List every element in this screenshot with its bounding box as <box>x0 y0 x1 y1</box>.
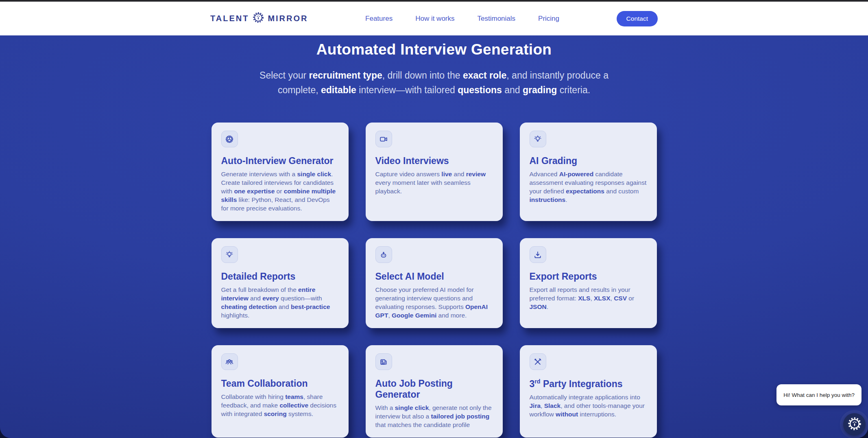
feature-card-description: Export all reports and results in your p… <box>530 285 647 311</box>
nav-link-features[interactable]: Features <box>365 15 393 23</box>
tools-icon <box>530 353 546 370</box>
features-grid: Auto-Interview Generator Generate interv… <box>212 123 657 438</box>
feature-card-description: Choose your preferred AI model for gener… <box>375 285 493 320</box>
main-nav: Features How it works Testimonials Prici… <box>365 15 559 23</box>
feature-card-description: Collaborate with hiring teams, share fee… <box>221 392 339 418</box>
feature-card-title: Video Interviews <box>375 155 493 166</box>
newspaper-icon <box>375 353 392 370</box>
contact-button[interactable]: Contact <box>617 11 658 26</box>
site-header: TALENT MIRROR Features How it works Test… <box>0 2 868 35</box>
feature-card-title: Auto Job Posting Generator <box>375 378 493 400</box>
chat-greeting-bubble[interactable]: Hi! What can I help you with? <box>776 384 861 405</box>
hero-section: Automated Interview Generation Select yo… <box>0 35 868 438</box>
feature-card: Video Interviews Capture video answers l… <box>366 123 503 221</box>
nav-link-how-it-works[interactable]: How it works <box>415 15 454 23</box>
feature-card-description: Get a full breakdown of the entire inter… <box>221 285 339 320</box>
feature-card: AI Grading Advanced AI-powered candidate… <box>520 123 657 221</box>
video-camera-icon <box>375 131 392 147</box>
team-icon <box>221 353 238 370</box>
feature-card-title: Auto-Interview Generator <box>221 155 339 166</box>
feature-card-description: Advanced AI-powered candidate assessment… <box>530 170 647 204</box>
page-title: Automated Interview Generation <box>0 41 868 58</box>
lightbulb-icon <box>530 131 546 147</box>
feature-card-title: Select AI Model <box>375 271 493 282</box>
feature-card: Team Collaboration Collaborate with hiri… <box>212 345 349 438</box>
brand-logo[interactable]: TALENT MIRROR <box>210 12 308 25</box>
feature-card: Export Reports Export all reports and re… <box>520 238 657 328</box>
feature-card-description: Automatically integrate applications int… <box>530 393 647 418</box>
feature-card: Auto-Interview Generator Generate interv… <box>212 123 349 221</box>
feature-card: Auto Job Posting Generator With a single… <box>366 345 503 438</box>
feature-card-title: Export Reports <box>530 271 647 282</box>
hero-subtitle-line: complete, editable interview—with tailor… <box>0 83 868 97</box>
hero-subtitle-line: Select your recruitment type, drill down… <box>0 68 868 83</box>
nav-link-testimonials[interactable]: Testimonials <box>478 15 516 23</box>
feature-card-title: AI Grading <box>530 155 647 166</box>
feature-card-title: 3rd Party Integrations <box>530 378 647 390</box>
feature-card-description: Capture video answers live and review ev… <box>375 170 493 195</box>
feature-card-description: Generate interviews with a single click.… <box>221 170 339 212</box>
nav-link-pricing[interactable]: Pricing <box>538 15 559 23</box>
download-icon <box>530 246 546 263</box>
brand-right: MIRROR <box>268 14 308 23</box>
feature-card: Select AI Model Choose your preferred AI… <box>366 238 503 328</box>
feature-card-title: Detailed Reports <box>221 271 339 282</box>
chat-launcher-button[interactable] <box>843 413 866 436</box>
lightbulb-icon <box>221 246 238 263</box>
robot-icon <box>375 246 392 263</box>
feature-card-description: With a single click, generate not only t… <box>375 403 493 429</box>
cog-icon <box>221 131 238 147</box>
brand-left: TALENT <box>210 14 249 23</box>
feature-card: Detailed Reports Get a full breakdown of… <box>212 238 349 328</box>
gear-person-icon <box>848 417 861 432</box>
hero-subtitle: Select your recruitment type, drill down… <box>0 68 868 97</box>
feature-card: 3rd Party Integrations Automatically int… <box>520 345 657 438</box>
feature-card-title: Team Collaboration <box>221 378 339 389</box>
gear-person-icon <box>253 12 264 25</box>
